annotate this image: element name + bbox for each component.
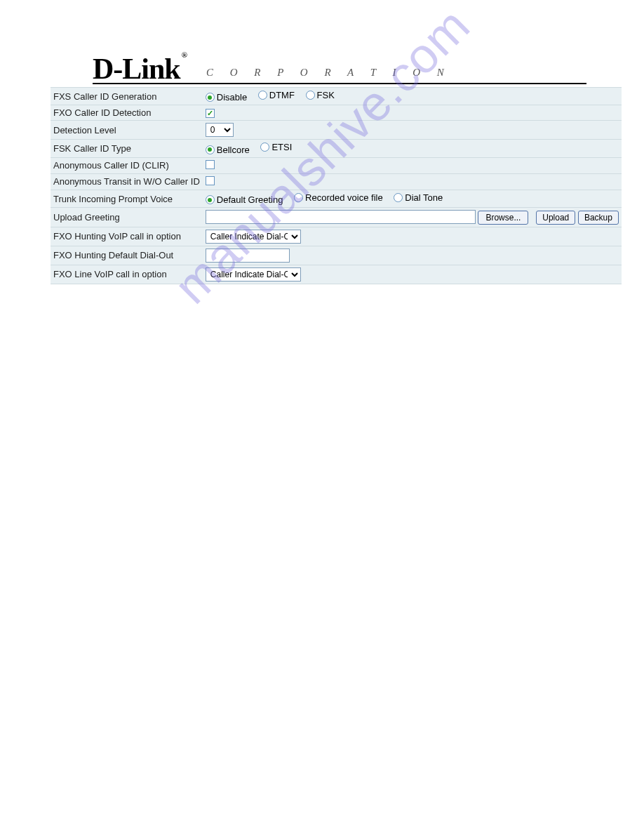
radio-etsi[interactable]	[260, 143, 269, 152]
radio-disable[interactable]	[206, 93, 215, 102]
radio-disable-label: Disable	[217, 92, 247, 102]
row-fxo-hunting-default: FXO Hunting Default Dial-Out	[51, 246, 622, 265]
row-fxo-caller-id-detection: FXO Caller ID Detection	[51, 105, 622, 121]
radio-fsk[interactable]	[306, 91, 315, 100]
brand-subtitle: C O R P O R A T I O N	[206, 67, 451, 83]
radio-recorded-label: Recorded voice file	[305, 192, 383, 203]
checkbox-fxo-det[interactable]	[206, 109, 215, 118]
label-fsk-type: FSK Caller ID Type	[51, 140, 203, 158]
label-anon-transit: Anonymous Transit in W/O Caller ID	[51, 173, 203, 190]
upload-button[interactable]: Upload	[536, 211, 575, 225]
select-fxo-hunt-opt[interactable]: Caller Indicate Dial-Out	[206, 230, 301, 244]
row-fsk-caller-id-type: FSK Caller ID Type Bellcore ETSI	[51, 140, 622, 158]
radio-disable-wrap[interactable]: Disable	[206, 92, 247, 102]
select-detection-level[interactable]: 0	[206, 123, 234, 137]
label-trunk-prompt: Trunk Incoming Prompt Voice	[51, 190, 203, 208]
select-fxo-line-opt[interactable]: Caller Indicate Dial-Out	[206, 267, 301, 282]
radio-bellcore-wrap[interactable]: Bellcore	[206, 145, 250, 155]
row-anonymous-transit: Anonymous Transit in W/O Caller ID	[51, 173, 622, 190]
radio-etsi-label: ETSI	[271, 142, 292, 152]
label-fxo-hunt-def: FXO Hunting Default Dial-Out	[51, 246, 203, 265]
row-fxs-caller-id-generation: FXS Caller ID Generation Disable DTMF FS…	[51, 87, 622, 105]
radio-dialtone[interactable]	[394, 193, 403, 202]
radio-dialtone-label: Dial Tone	[405, 192, 443, 203]
radio-dtmf-label: DTMF	[269, 90, 295, 100]
header: D-Link® C O R P O R A T I O N	[93, 56, 586, 84]
brand-name: D-Link	[93, 53, 180, 85]
radio-default-greeting[interactable]	[206, 195, 215, 204]
brand-logo: D-Link®	[93, 56, 185, 83]
checkbox-anon-transit[interactable]	[206, 176, 215, 185]
radio-default-greeting-label: Default Greeting	[217, 194, 283, 205]
label-det-level: Detection Level	[51, 121, 203, 140]
row-trunk-prompt: Trunk Incoming Prompt Voice Default Gree…	[51, 190, 622, 208]
label-fxo-hunt-opt: FXO Hunting VoIP call in option	[51, 227, 203, 246]
checkbox-anon-clir[interactable]	[206, 160, 215, 169]
radio-fsk-wrap[interactable]: FSK	[306, 90, 335, 100]
label-upload-greet: Upload Greeting	[51, 208, 203, 227]
row-upload-greeting: Upload Greeting Browse... Upload Backup	[51, 208, 622, 227]
row-anonymous-clir: Anonymous Caller ID (CLIR)	[51, 157, 622, 173]
label-fxo-line-opt: FXO Line VoIP call in option	[51, 265, 203, 284]
radio-bellcore[interactable]	[206, 145, 215, 154]
browse-button[interactable]: Browse...	[478, 211, 528, 225]
row-fxo-line-option: FXO Line VoIP call in option Caller Indi…	[51, 265, 622, 284]
label-anon-clir: Anonymous Caller ID (CLIR)	[51, 157, 203, 173]
radio-recorded-wrap[interactable]: Recorded voice file	[294, 192, 383, 203]
label-fxs-gen: FXS Caller ID Generation	[51, 87, 203, 105]
radio-recorded[interactable]	[294, 193, 303, 202]
radio-dtmf[interactable]	[258, 91, 267, 100]
radio-fsk-label: FSK	[317, 90, 335, 100]
settings-table: FXS Caller ID Generation Disable DTMF FS…	[51, 87, 622, 284]
backup-button[interactable]: Backup	[578, 211, 619, 225]
radio-dtmf-wrap[interactable]: DTMF	[258, 90, 295, 100]
radio-default-greeting-wrap[interactable]: Default Greeting	[206, 194, 283, 205]
radio-etsi-wrap[interactable]: ETSI	[260, 142, 292, 152]
input-upload-path[interactable]	[206, 210, 476, 224]
radio-dialtone-wrap[interactable]: Dial Tone	[394, 192, 443, 203]
row-fxo-hunting-option: FXO Hunting VoIP call in option Caller I…	[51, 227, 622, 246]
registered-mark: ®	[182, 51, 187, 59]
radio-bellcore-label: Bellcore	[217, 145, 250, 155]
label-fxo-det: FXO Caller ID Detection	[51, 105, 203, 121]
input-fxo-hunt-def[interactable]	[206, 249, 290, 263]
row-detection-level: Detection Level 0	[51, 121, 622, 140]
